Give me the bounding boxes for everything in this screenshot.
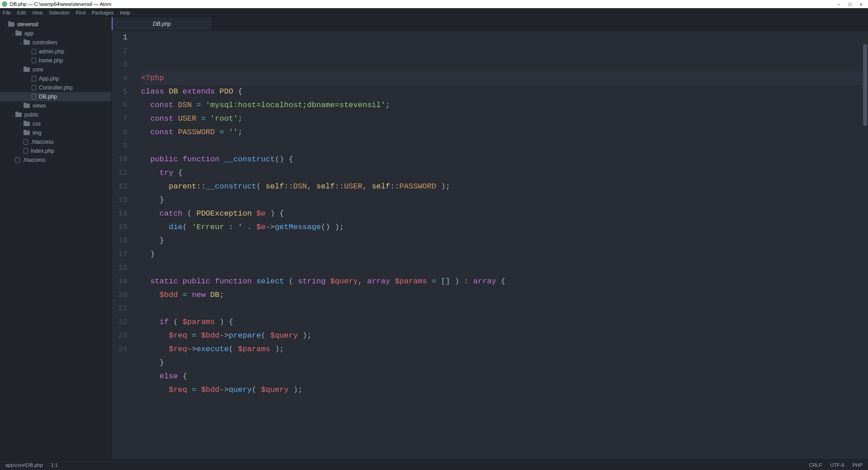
line-number: 13	[112, 193, 127, 207]
line-number: 1	[112, 31, 127, 44]
menu-help[interactable]: Help	[120, 10, 130, 15]
status-cursor-position[interactable]: 1:1	[51, 462, 58, 468]
code-line[interactable]: $req = $bdd->prepare( $query );	[141, 329, 868, 343]
code-line[interactable]: <?php	[141, 71, 868, 85]
chevron-right-icon: ›	[18, 131, 23, 135]
window-maximize-button[interactable]: ▢	[849, 1, 852, 7]
tree-file-home-php[interactable]: home.php	[0, 56, 111, 65]
status-language[interactable]: PHP	[852, 462, 863, 468]
file-icon	[24, 139, 28, 145]
code-line[interactable]	[141, 139, 868, 153]
editor-area: DB.php 123456789101112131415161718192021…	[111, 17, 868, 459]
tab-db-php[interactable]: DB.php	[112, 17, 211, 30]
tree-item-label: controllers	[33, 39, 57, 46]
window-close-button[interactable]: ✕	[859, 1, 863, 7]
menu-view[interactable]: View	[32, 10, 43, 15]
tree-file-admin-php[interactable]: admin.php	[0, 47, 111, 56]
file-icon	[32, 85, 36, 90]
file-tree-sidebar[interactable]: ⌄stevensil⌄app⌄controllersadmin.phphome.…	[0, 17, 111, 459]
line-number: 17	[112, 248, 127, 261]
tree-item-label: home.php	[39, 57, 63, 64]
tree-folder-public[interactable]: ⌄public	[0, 110, 111, 119]
code-line[interactable]: $req->execute( $params );	[141, 343, 868, 356]
status-encoding[interactable]: UTF-8	[830, 462, 844, 468]
chevron-down-icon: ⌄	[10, 32, 14, 36]
line-number: 22	[112, 315, 127, 329]
line-number: 20	[112, 288, 127, 302]
tree-folder-app[interactable]: ⌄app	[0, 29, 111, 38]
tree-item-label: admin.php	[39, 48, 64, 55]
line-number: 8	[112, 126, 127, 139]
tree-folder-views[interactable]: ›views	[0, 101, 111, 110]
code-line[interactable]: parent::__construct( self::DSN, self::US…	[141, 180, 868, 193]
tree-root-stevensil[interactable]: ⌄stevensil	[0, 20, 111, 29]
folder-icon	[24, 122, 30, 126]
line-number: 6	[112, 99, 127, 112]
tree-folder-img[interactable]: ›img	[0, 128, 111, 137]
tree-item-label: public	[24, 112, 38, 118]
menu-packages[interactable]: Packages	[92, 10, 113, 15]
code-line[interactable]: }	[141, 234, 868, 248]
code-line[interactable]: if ( $params ) {	[141, 315, 868, 329]
code-line[interactable]: catch ( PDOException $e ) {	[141, 207, 868, 221]
line-number: 10	[112, 153, 127, 166]
tree-item-label: Controller.php	[39, 85, 73, 91]
file-icon	[32, 94, 36, 99]
tree-item-label: core	[33, 66, 43, 73]
chevron-down-icon: ⌄	[18, 68, 23, 72]
chevron-down-icon: ⌄	[10, 113, 14, 117]
code-line[interactable]: const USER = 'root';	[141, 112, 868, 126]
code-editor[interactable]: 123456789101112131415161718192021222324 …	[112, 31, 868, 459]
tree-file-controller-php[interactable]: Controller.php	[0, 83, 111, 92]
code-line[interactable]: die( 'Erreur : ' . $e->getMessage() );	[141, 221, 868, 234]
file-icon	[24, 148, 28, 154]
line-number: 12	[112, 180, 127, 193]
chevron-right-icon: ›	[18, 104, 23, 108]
status-filepath[interactable]: app\core\DB.php	[5, 462, 43, 468]
tree-item-label: .htaccess	[31, 139, 54, 145]
code-line[interactable]	[141, 302, 868, 315]
menu-selection[interactable]: Selection	[49, 10, 69, 15]
code-line[interactable]: }	[141, 193, 868, 207]
tree-item-label: css	[33, 121, 41, 127]
code-line[interactable]	[141, 261, 868, 275]
folder-icon	[24, 40, 30, 45]
menu-edit[interactable]: Edit	[17, 10, 26, 15]
code-line[interactable]: static public function select ( string $…	[141, 275, 868, 288]
atom-logo-icon	[2, 1, 7, 7]
code-line[interactable]: }	[141, 248, 868, 261]
code-line[interactable]: const PASSWORD = '';	[141, 126, 868, 139]
tree-file-db-php[interactable]: DB.php	[0, 92, 111, 101]
tree-file-index-php[interactable]: index.php	[0, 146, 111, 155]
code-line[interactable]: public function __construct() {	[141, 153, 868, 166]
folder-icon	[15, 31, 22, 36]
code-line[interactable]: class DB extends PDO {	[141, 85, 868, 99]
line-number-gutter: 123456789101112131415161718192021222324	[112, 31, 137, 459]
tree-folder-controllers[interactable]: ⌄controllers	[0, 38, 111, 47]
line-number: 4	[112, 71, 127, 85]
window-minimize-button[interactable]: —	[837, 1, 840, 7]
code-line[interactable]: try {	[141, 166, 868, 180]
code-content[interactable]: <?phpclass DB extends PDO { const DSN = …	[137, 31, 868, 459]
code-line[interactable]: }	[141, 356, 868, 370]
menu-file[interactable]: File	[3, 10, 11, 15]
tree-file-htaccess-root[interactable]: .htaccess	[0, 155, 111, 164]
chevron-right-icon: ›	[18, 122, 23, 126]
code-line[interactable]: else {	[141, 370, 868, 383]
line-number: 18	[112, 261, 127, 275]
tree-item-label: DB.php	[39, 94, 57, 100]
tree-folder-core[interactable]: ⌄core	[0, 65, 111, 74]
code-line[interactable]: $bdd = new DB;	[141, 288, 868, 302]
code-line[interactable]: const DSN = 'mysql:host=localhost;dbname…	[141, 99, 868, 112]
code-line[interactable]: $req = $bdd->query( $query );	[141, 383, 868, 397]
menu-find[interactable]: Find	[76, 10, 85, 15]
file-icon	[32, 49, 36, 54]
tree-item-label: app	[24, 30, 33, 37]
status-line-ending[interactable]: CRLF	[809, 462, 822, 468]
vertical-scrollbar[interactable]	[863, 44, 867, 126]
folder-icon	[8, 22, 14, 27]
tree-file-htaccess-public[interactable]: .htaccess	[0, 137, 111, 146]
tree-folder-css[interactable]: ›css	[0, 119, 111, 128]
folder-icon	[24, 131, 30, 135]
tree-file-app-php[interactable]: App.php	[0, 74, 111, 83]
